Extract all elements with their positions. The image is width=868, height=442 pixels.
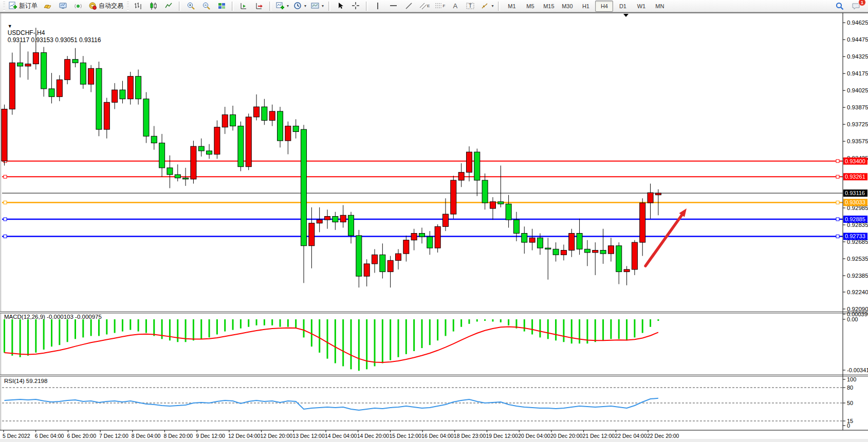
- candle-body: [269, 111, 275, 121]
- arrow-objects-icon: [481, 2, 489, 10]
- candle-body: [616, 246, 622, 272]
- clock-icon: [293, 2, 302, 10]
- time-axis-label: 22 Dec 04:00: [615, 433, 647, 439]
- time-axis-label: 14 Dec 04:00: [325, 433, 357, 439]
- text-label-tool[interactable]: T: [463, 0, 478, 12]
- search-button[interactable]: [832, 0, 847, 12]
- chart-canvas[interactable]: 0.946250.944750.943250.941750.940250.938…: [0, 0, 868, 442]
- time-axis-label: 6 Dec 04:00: [35, 433, 64, 439]
- search-icon: [835, 2, 844, 11]
- timeframe-m1-button[interactable]: M1: [503, 1, 521, 12]
- candle-body: [25, 64, 31, 66]
- periods-dropdown[interactable]: ▾: [291, 0, 308, 12]
- candle-body: [529, 238, 535, 242]
- candle-body: [254, 107, 260, 117]
- new-order-button[interactable]: 新订单: [7, 0, 40, 12]
- monitor-icon: [59, 2, 67, 10]
- cursor-icon: [336, 2, 345, 10]
- level-endpoint-marker[interactable]: [4, 218, 7, 221]
- level-endpoint-marker[interactable]: [4, 175, 7, 178]
- candle-body: [600, 251, 606, 254]
- candle-body: [356, 236, 362, 276]
- price-label-text: 0.92733: [845, 233, 865, 239]
- candle-body: [246, 117, 251, 167]
- level-endpoint-marker[interactable]: [4, 235, 7, 238]
- new-chart-dropdown[interactable]: ▾: [274, 0, 291, 12]
- gold-chart-button[interactable]: [40, 0, 55, 12]
- candle-body: [278, 111, 283, 141]
- candle-body: [238, 126, 244, 167]
- candle-body: [396, 254, 401, 260]
- line-chart-icon: [164, 2, 173, 10]
- time-axis-label: 6 Dec 20:00: [67, 433, 96, 439]
- price-axis-tick-label: 0.94625: [847, 20, 868, 26]
- arrows-dropdown[interactable]: ▾: [478, 0, 495, 12]
- candle-body: [640, 203, 645, 242]
- vertical-line-tool[interactable]: [371, 0, 385, 12]
- timeframe-d1-button[interactable]: D1: [614, 1, 632, 12]
- signal-icon: [74, 2, 83, 10]
- timeframe-m15-button[interactable]: M15: [540, 1, 558, 12]
- chevron-down-icon: ▾: [304, 4, 306, 8]
- rsi-indicator-label: RSI(14) 59.2198: [4, 378, 47, 384]
- equidistant-channel-icon: [419, 2, 428, 10]
- candle-body: [88, 68, 94, 84]
- tile-windows-button[interactable]: [214, 0, 229, 12]
- crosshair-tool-button[interactable]: [348, 0, 363, 12]
- svg-text:T: T: [469, 3, 472, 9]
- timeframe-h4-button[interactable]: H4: [595, 1, 613, 12]
- candle-body: [127, 76, 133, 99]
- signals-button[interactable]: [71, 0, 86, 12]
- cursor-tool-button[interactable]: [333, 0, 348, 12]
- level-endpoint-marker[interactable]: [836, 160, 839, 163]
- timeframe-m5-button[interactable]: M5: [521, 1, 539, 12]
- line-chart-mode-button[interactable]: [161, 0, 176, 12]
- bar-chart-mode-button[interactable]: [131, 0, 145, 12]
- macd-indicator-label: MACD(12,26,9) -0.000103 -0.000975: [4, 314, 102, 320]
- timeframe-m30-button[interactable]: M30: [558, 1, 576, 12]
- market-watch-button[interactable]: [56, 0, 70, 12]
- candle-body: [474, 152, 480, 180]
- zoom-in-icon: [187, 2, 195, 10]
- collapse-triangle-icon[interactable]: ▼: [8, 24, 12, 29]
- candle-body: [522, 234, 527, 243]
- chart-shift-button[interactable]: [252, 0, 267, 12]
- fibonacci-tool[interactable]: F: [432, 0, 447, 12]
- timeframe-h1-button[interactable]: H1: [577, 1, 595, 12]
- zoom-in-button[interactable]: [183, 0, 198, 12]
- zoom-out-button[interactable]: [199, 0, 214, 12]
- price-axis-tick-label: 0.92535: [847, 256, 868, 262]
- candle-body: [214, 127, 220, 155]
- price-label-text: 0.93400: [845, 158, 865, 164]
- level-endpoint-marker[interactable]: [836, 235, 839, 238]
- level-endpoint-marker[interactable]: [836, 218, 839, 221]
- candle-body: [262, 107, 267, 120]
- candle-body: [387, 260, 393, 272]
- chat-button[interactable]: 1: [849, 0, 864, 12]
- level-endpoint-marker[interactable]: [4, 201, 7, 204]
- candlestick-mode-button[interactable]: [146, 0, 161, 12]
- trendline-icon: [404, 2, 413, 10]
- timeframe-w1-button[interactable]: W1: [632, 1, 650, 12]
- price-axis-tick-label: 0.94175: [847, 70, 868, 76]
- level-endpoint-marker[interactable]: [836, 201, 839, 204]
- trendline-tool[interactable]: [401, 0, 416, 12]
- candle-body: [403, 240, 409, 254]
- bottom-strip: [0, 439, 868, 442]
- candle-body: [65, 60, 70, 80]
- toolbar-grip[interactable]: [127, 2, 129, 11]
- candle-body: [222, 115, 228, 127]
- text-tool[interactable]: A: [448, 0, 463, 12]
- candlestick-icon: [149, 2, 158, 10]
- auto-trading-button[interactable]: 自动交易: [86, 0, 125, 12]
- candle-body: [608, 246, 614, 254]
- auto-scroll-button[interactable]: [236, 0, 251, 12]
- price-axis-tick-label: 0.94025: [847, 87, 868, 93]
- level-endpoint-marker[interactable]: [836, 175, 839, 178]
- timeframe-mn-button[interactable]: MN: [651, 1, 669, 12]
- candle-body: [183, 178, 189, 179]
- toolbar-grip[interactable]: [3, 2, 5, 11]
- channel-tool[interactable]: E: [417, 0, 432, 12]
- templates-dropdown[interactable]: ▾: [309, 0, 326, 12]
- horizontal-line-tool[interactable]: [386, 0, 401, 12]
